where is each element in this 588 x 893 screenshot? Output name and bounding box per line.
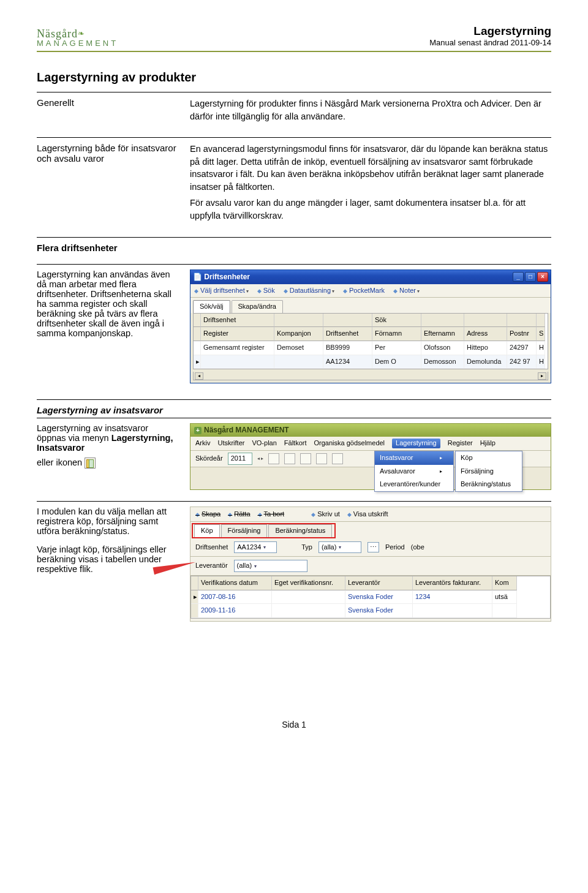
menu-arkiv[interactable]: Arkiv [195, 439, 210, 448]
dd-item-berakning[interactable]: Beräkning/status [456, 478, 522, 491]
close-button[interactable]: × [537, 272, 548, 282]
driftsenheter-grid: Driftsenhet Sök Register Kompanjon Drif [193, 313, 548, 369]
dd-item-insatsvaror[interactable]: Insatsvaror▸ [375, 451, 453, 465]
toolbar-item[interactable]: ◆PocketMark [343, 286, 385, 296]
sec2-body-1: En avancerad lagerstyrningsmodul finns f… [190, 143, 551, 193]
brand-logo: Näsgård❧ MANAGEMENT [37, 28, 118, 47]
sec1-heading: Generellt [37, 97, 74, 108]
toolbar-item[interactable]: ◆Noter▾ [393, 286, 420, 296]
toolbar-visa[interactable]: ◆Visa utskrift [347, 510, 388, 519]
tab-sokvalj[interactable]: Sök/välj [193, 300, 230, 313]
sec4-heading: Lagerstyrning av insatsvaror [37, 405, 551, 415]
sec2-body-2: För avsalu varor kan du ange mängder i l… [190, 197, 551, 222]
period-value: (obe [411, 543, 424, 552]
sec1-body: Lagerstyrning för produkter finns i Näsg… [190, 97, 551, 122]
toolbar-item[interactable]: ◆Sök [257, 286, 275, 296]
maximize-button[interactable]: □ [525, 272, 536, 282]
period-label: Period [385, 543, 405, 552]
sec5-text-1: I modulen kan du välja mellan att regist… [37, 507, 178, 536]
menu-lagerstyrning[interactable]: Lagerstyrning [392, 439, 440, 448]
driftsenheter-window: 📄 Driftsenheter _ □ × ◆Välj driftsenhet▾… [190, 269, 551, 384]
menu-utskrifter[interactable]: Utskrifter [217, 439, 244, 448]
typ-combo[interactable]: (alla)▾ [318, 541, 361, 554]
table-row[interactable]: Gemensamt register Demoset BB9999 Per Ol… [194, 341, 548, 355]
management-window: + Näsgård MANAGEMENT Arkiv Utskrifter VO… [190, 423, 551, 489]
lagerstyrning-icon[interactable] [85, 458, 96, 469]
toolbar-skrivut[interactable]: ◆Skriv ut [311, 510, 340, 519]
table-row[interactable]: 2009-11-16 Svenska Foder [191, 604, 550, 618]
tab-forsaljning[interactable]: Försäljning [221, 524, 268, 537]
dd-item-forsaljning[interactable]: Försäljning [456, 465, 522, 478]
toolbar-skapa[interactable]: ◆Skapa [195, 510, 221, 519]
dropdown-insatsvaror-sub: Köp Försäljning Beräkning/status [455, 451, 522, 492]
tabs-highlight: Köp Försäljning Beräkning/status [192, 523, 336, 538]
window-title: 📄 Driftsenheter [193, 272, 250, 282]
lev-combo[interactable]: (alla)▾ [234, 560, 307, 572]
menu-voplan[interactable]: VO-plan [252, 439, 276, 448]
page-number: Sida 1 [37, 720, 551, 729]
toolbar-icon[interactable] [268, 453, 279, 464]
horizontal-scrollbar[interactable]: ◂ ▸ [193, 372, 548, 380]
table-row[interactable]: ▸ AA1234 Dem O Demosson Demolunda 242 97… [194, 355, 548, 369]
toolbar-item[interactable]: ◆Välj driftsenhet▾ [194, 286, 249, 296]
menu-organiska[interactable]: Organiska gödselmedel [314, 439, 385, 448]
header-rule [37, 51, 551, 52]
page-title: Lagerstyrning av produkter [37, 70, 551, 85]
toolbar-icon[interactable] [316, 453, 327, 464]
tab-skapaandra[interactable]: Skapa/ändra [232, 300, 283, 313]
table-row[interactable]: ▸ 2007-08-16 Svenska Foder 1234 utsä [191, 590, 550, 605]
year-label: Skördeår [195, 454, 223, 464]
dd-item-avsaluvaror[interactable]: Avsaluvaror▸ [375, 465, 453, 478]
typ-label: Typ [301, 543, 312, 552]
lev-label: Leverantör [195, 561, 228, 571]
toolbar-icon[interactable] [284, 453, 295, 464]
app-icon: + [194, 427, 202, 434]
tab-berakning[interactable]: Beräkning/status [268, 524, 332, 537]
doc-subtitle: Manual senast ändrad 2011-09-14 [429, 38, 551, 47]
scroll-left-icon[interactable]: ◂ [195, 372, 203, 380]
drift-combo[interactable]: AA1234▾ [234, 541, 277, 554]
toolbar-tabort[interactable]: ◆Ta bort [258, 510, 285, 519]
dd-item-leverantorer[interactable]: Leverantörer/kunder [375, 478, 453, 491]
doc-title: Lagerstyrning [429, 24, 551, 38]
sec2-heading: Lagerstyrning både för insatsvaror och a… [37, 143, 176, 164]
sec3-heading: Flera driftsenheter [37, 243, 118, 253]
leaf-icon: ❧ [78, 29, 85, 38]
window-title: Näsgård MANAGEMENT [204, 425, 289, 435]
scroll-right-icon[interactable]: ▸ [538, 372, 546, 380]
minimize-button[interactable]: _ [513, 272, 524, 282]
tab-kop[interactable]: Köp [194, 524, 220, 537]
insatsvaror-window: ◆Skapa ◆Rätta ◆Ta bort ◆Skriv ut ◆Visa u… [190, 507, 551, 622]
sec3-body: Lagerstyrning kan användas även då man a… [37, 269, 190, 389]
toolbar-icon[interactable] [300, 453, 311, 464]
menu-faltkort[interactable]: Fältkort [284, 439, 307, 448]
dropdown-lagerstyrning: Insatsvaror▸ Avsaluvaror▸ Leverantörer/k… [374, 451, 454, 492]
purchase-grid: Verifikations datum Eget verifikationsnr… [190, 576, 551, 619]
year-field[interactable]: 2011 [228, 453, 252, 465]
drift-label: Driftsenhet [195, 543, 228, 552]
menu-register[interactable]: Register [448, 439, 473, 448]
toolbar-item[interactable]: ◆Datautläsning▾ [284, 286, 334, 296]
dd-item-kop[interactable]: Köp [456, 451, 522, 465]
toolbar-icon[interactable] [332, 453, 343, 464]
sec4-or-icon-text: eller ikonen [37, 458, 82, 467]
toolbar-ratta[interactable]: ◆Rätta [228, 510, 250, 519]
menu-hjalp[interactable]: Hjälp [480, 439, 496, 448]
